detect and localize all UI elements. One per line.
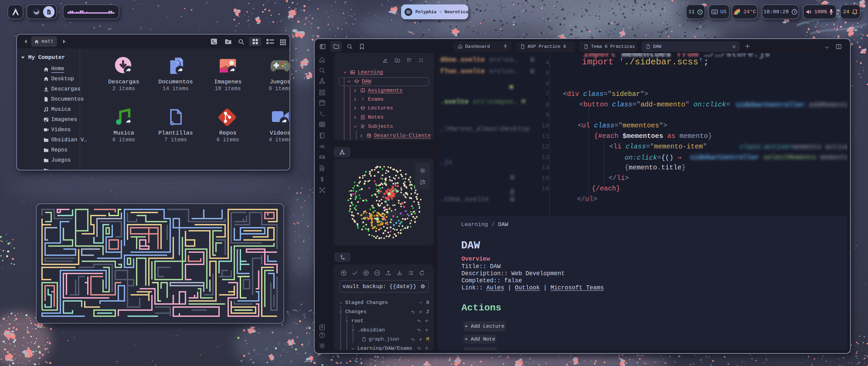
svg-text:15: 15 (368, 136, 370, 138)
svg-text:<%: <% (319, 145, 325, 149)
